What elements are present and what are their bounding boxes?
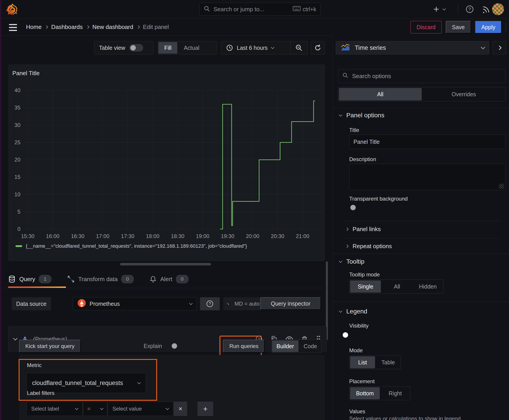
discard-button[interactable]: Discard bbox=[410, 21, 442, 33]
chevron-down-icon bbox=[339, 309, 342, 313]
panel-links-section[interactable]: Panel links bbox=[346, 226, 381, 233]
time-range-picker[interactable]: Last 6 hours bbox=[221, 41, 290, 54]
svg-text:16:00: 16:00 bbox=[46, 233, 60, 239]
operator-dropdown[interactable]: = bbox=[83, 402, 107, 416]
new-menu-button[interactable] bbox=[433, 3, 446, 15]
legend-placement-right[interactable]: Right bbox=[380, 387, 410, 400]
builder-option[interactable]: Builder bbox=[272, 340, 298, 352]
search-options-input[interactable]: Search options bbox=[338, 69, 505, 83]
svg-text:18:00: 18:00 bbox=[146, 233, 159, 239]
visualization-picker[interactable]: Time series bbox=[336, 41, 489, 54]
breadcrumb-new-dashboard[interactable]: New dashboard bbox=[92, 23, 133, 30]
tooltip-mode-segmented: Single All Hidden bbox=[349, 279, 443, 293]
legend-mode-list[interactable]: List bbox=[350, 356, 375, 368]
save-button[interactable]: Save bbox=[446, 21, 471, 33]
plus-icon bbox=[433, 6, 440, 13]
table-view-toggle[interactable] bbox=[129, 44, 143, 52]
chevron-right-icon bbox=[227, 303, 229, 305]
svg-text:17:30: 17:30 bbox=[121, 233, 134, 239]
tab-alert[interactable]: Alert 0 bbox=[150, 270, 188, 288]
tab-transform-data[interactable]: Transform data 0 bbox=[67, 270, 134, 288]
chevron-right-icon bbox=[345, 227, 349, 231]
repeat-options-section[interactable]: Repeat options bbox=[346, 243, 392, 250]
chevron-down-icon bbox=[339, 259, 342, 263]
prometheus-icon bbox=[77, 299, 86, 309]
legend-series-label: {__name__="cloudflared_tunnel_total_requ… bbox=[26, 243, 247, 249]
database-icon bbox=[8, 275, 16, 283]
editor-tabs: Query 1 Transform data 0 Alert 0 bbox=[8, 270, 327, 288]
fill-actual-segmented: Fill Actual bbox=[158, 41, 217, 54]
tooltip-mode-all[interactable]: All bbox=[381, 280, 412, 293]
chevron-right-icon bbox=[86, 25, 89, 29]
textarea-resize-handle[interactable] bbox=[499, 184, 504, 189]
svg-text:20:30: 20:30 bbox=[271, 233, 284, 239]
fill-option[interactable]: Fill bbox=[159, 42, 177, 54]
legend-placement-bottom[interactable]: Bottom bbox=[350, 387, 380, 399]
grafana-logo[interactable] bbox=[6, 3, 18, 15]
tooltip-section[interactable]: Tooltip bbox=[339, 258, 365, 265]
run-queries-button[interactable]: Run queries bbox=[223, 340, 265, 353]
title-label: Title bbox=[349, 127, 359, 133]
grafana-edit-panel-screen: Search or jump to... ctrl+k ? Home bbox=[0, 0, 509, 420]
panel-resize-handle[interactable] bbox=[120, 263, 211, 265]
remove-filter-close-icon[interactable]: × bbox=[174, 402, 187, 416]
select-value-dropdown[interactable]: Select value bbox=[108, 402, 173, 416]
legend-values-label: Values bbox=[349, 408, 365, 415]
data-source-picker[interactable]: Prometheus bbox=[73, 297, 197, 310]
transparent-background-label: Transparent background bbox=[349, 196, 408, 202]
search-icon bbox=[204, 5, 210, 13]
legend-mode-table[interactable]: Table bbox=[376, 356, 401, 369]
visualization-panel[interactable]: Panel Title 051015202530354015:3016:0016… bbox=[8, 65, 325, 261]
code-option[interactable]: Code bbox=[299, 340, 322, 353]
select-label-dropdown[interactable]: Select label bbox=[26, 402, 83, 416]
breadcrumb-dashboards[interactable]: Dashboards bbox=[51, 23, 83, 30]
tab-query[interactable]: Query 1 bbox=[8, 270, 51, 288]
chevron-right-icon bbox=[136, 25, 140, 29]
kick-start-query-button[interactable]: Kick start your query bbox=[19, 340, 81, 353]
title-input[interactable]: Panel Title bbox=[349, 135, 505, 149]
svg-text:?: ? bbox=[468, 7, 471, 12]
data-source-label: Data source bbox=[12, 297, 51, 310]
svg-text:25: 25 bbox=[14, 139, 20, 145]
svg-text:35: 35 bbox=[14, 105, 20, 111]
help-button[interactable]: ? bbox=[464, 3, 476, 15]
add-filter-button[interactable]: + bbox=[198, 402, 213, 416]
legend-section[interactable]: Legend bbox=[339, 308, 367, 315]
breadcrumb-home[interactable]: Home bbox=[26, 23, 42, 30]
query-inspector-button[interactable]: Query inspector bbox=[260, 297, 321, 310]
legend-item[interactable]: {__name__="cloudflared_tunnel_total_requ… bbox=[15, 243, 247, 249]
search-icon bbox=[342, 72, 349, 80]
actual-option[interactable]: Actual bbox=[178, 41, 205, 54]
apply-button[interactable]: Apply bbox=[475, 21, 502, 33]
collapse-options-pane-button[interactable] bbox=[492, 41, 506, 54]
transform-count-badge: 0 bbox=[121, 275, 134, 283]
tooltip-mode-single[interactable]: Single bbox=[350, 280, 381, 292]
news-rss-icon[interactable] bbox=[480, 3, 492, 15]
tab-all[interactable]: All bbox=[339, 88, 422, 100]
query-count-badge: 1 bbox=[39, 275, 51, 283]
panel-options-section[interactable]: Panel options bbox=[339, 112, 384, 119]
svg-text:19:30: 19:30 bbox=[221, 233, 234, 239]
global-search[interactable]: Search or jump to... ctrl+k bbox=[199, 3, 320, 16]
menu-toggle-button[interactable] bbox=[9, 24, 17, 31]
tooltip-mode-hidden[interactable]: Hidden bbox=[412, 280, 443, 293]
svg-text:19:00: 19:00 bbox=[196, 233, 209, 239]
explain-label: Explain bbox=[144, 343, 162, 349]
breadcrumb-bar: Home Dashboards New dashboard Edit panel… bbox=[0, 19, 509, 36]
zoom-out-button[interactable] bbox=[290, 41, 307, 54]
query-options-collapsed[interactable]: MD = auto = 704 Interval = 30s bbox=[223, 297, 260, 310]
svg-text:15: 15 bbox=[14, 174, 20, 180]
tab-overrides[interactable]: Overrides bbox=[422, 87, 505, 101]
title-input-value: Panel Title bbox=[353, 139, 380, 145]
caret-down-icon bbox=[189, 301, 193, 305]
search-shortcut: ctrl+k bbox=[293, 6, 316, 13]
legend-values-help: Select values or calculations to show in… bbox=[349, 415, 461, 420]
caret-down-icon bbox=[271, 45, 274, 49]
svg-text:40: 40 bbox=[14, 87, 20, 93]
refresh-button[interactable] bbox=[311, 41, 325, 54]
collapse-query-chevron-icon[interactable] bbox=[13, 336, 17, 341]
description-textarea[interactable] bbox=[349, 164, 505, 190]
data-source-help-button[interactable]: ? bbox=[200, 297, 220, 310]
time-range-label: Last 6 hours bbox=[237, 45, 268, 51]
user-avatar[interactable] bbox=[492, 3, 504, 15]
